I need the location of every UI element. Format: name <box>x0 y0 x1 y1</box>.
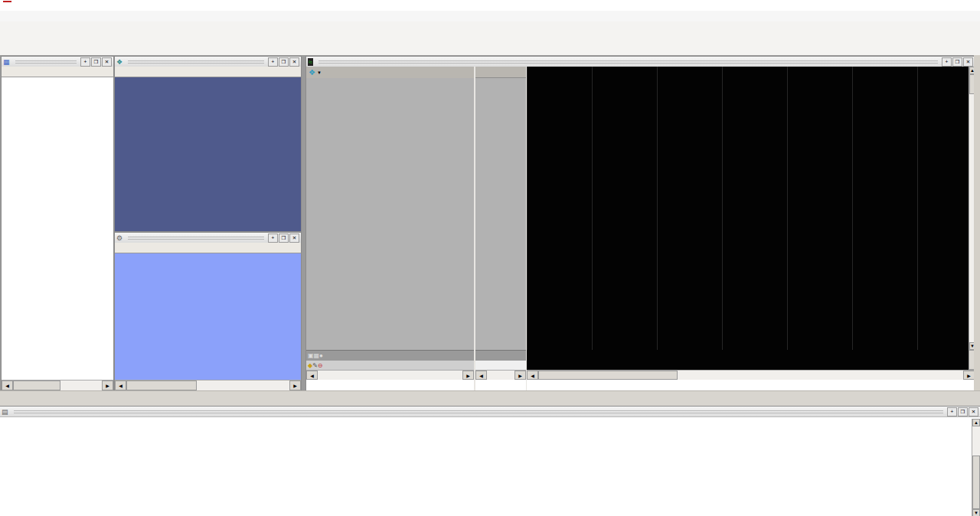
wave-panel: ≈ + ❐ ✕ ❖ ▼ <box>305 56 975 391</box>
main-toolbar <box>0 21 980 40</box>
transcript-vscrollbar[interactable]: ▲ ▼ <box>972 419 980 516</box>
close-panel-icon[interactable]: ✕ <box>963 57 973 67</box>
sim-panel-icon: ▦ <box>3 58 10 66</box>
dock-icon[interactable]: + <box>268 57 278 67</box>
wave-signal-values <box>475 78 526 350</box>
wave-panel-body: ❖ ▼ ▲ ▼ ▣▦● <box>306 67 975 390</box>
scroll-right-icon[interactable]: ▶ <box>102 380 113 390</box>
sim-hscrollbar[interactable]: ◀ ▶ <box>2 380 113 390</box>
dock-icon[interactable]: + <box>268 234 278 243</box>
panel-drag-handle[interactable] <box>128 236 264 240</box>
sim-instance-tree <box>2 77 113 380</box>
objects-panel-icon: ❖ <box>116 58 122 66</box>
scroll-left-icon[interactable]: ◀ <box>306 371 318 380</box>
sim-panel-header[interactable]: ▦ + ❐ ✕ <box>2 57 113 67</box>
processes-panel-icon: ⚙ <box>116 234 122 242</box>
scroll-left-icon[interactable]: ◀ <box>2 380 13 390</box>
wave-panel-header[interactable]: ≈ + ❐ ✕ <box>306 57 975 67</box>
title-bar <box>0 0 980 11</box>
scroll-left-icon[interactable]: ◀ <box>115 380 126 390</box>
panel-drag-handle[interactable] <box>14 410 943 413</box>
processes-panel-header[interactable]: ⚙ + ❐ ✕ <box>115 233 301 243</box>
dock-icon[interactable]: + <box>80 57 90 67</box>
scroll-thumb[interactable] <box>126 380 197 390</box>
scroll-down-icon[interactable]: ▼ <box>972 509 980 516</box>
close-panel-icon[interactable]: ✕ <box>289 234 299 243</box>
undock-icon[interactable]: ❐ <box>91 57 101 67</box>
sim-panel: ▦ + ❐ ✕ ◀ ▶ <box>1 56 114 391</box>
close-panel-icon[interactable]: ✕ <box>102 57 112 67</box>
wave-msgs-header <box>475 67 526 78</box>
objects-list <box>115 77 301 231</box>
scroll-right-icon[interactable]: ▶ <box>289 380 301 390</box>
cursor-lock-icon[interactable]: ◆✎⊖ <box>308 362 323 369</box>
now-value <box>475 350 526 360</box>
transcript-header[interactable]: ▤ + ❐ ✕ <box>0 407 980 417</box>
scroll-up-icon[interactable]: ▲ <box>972 419 980 426</box>
scroll-thumb[interactable] <box>13 380 60 390</box>
transcript-panel: ▤ + ❐ ✕ ▲ ▼ <box>0 406 980 516</box>
signal-group-icon[interactable]: ❖ <box>309 68 315 77</box>
wave-toolbar <box>0 39 980 56</box>
modelsim-logo-icon <box>3 1 11 10</box>
undock-icon[interactable]: ❐ <box>952 57 962 67</box>
now-row: ▣▦● <box>306 350 474 360</box>
scroll-right-icon[interactable]: ▶ <box>514 371 526 380</box>
processes-hscrollbar[interactable]: ◀ ▶ <box>115 380 301 390</box>
panel-drag-handle[interactable] <box>15 60 77 64</box>
wave-name-header: ❖ ▼ <box>306 67 474 79</box>
wave-hscrollbar[interactable]: ◀ ▶ <box>527 370 975 380</box>
undock-icon[interactable]: ❐ <box>958 407 968 416</box>
processes-list <box>115 253 301 380</box>
values-hscrollbar[interactable]: ◀ ▶ <box>475 370 526 380</box>
waveform-canvas[interactable] <box>527 67 969 350</box>
objects-column-headers <box>115 67 301 77</box>
bottom-tab-bar <box>0 390 980 407</box>
main-area: ▦ + ❐ ✕ ◀ ▶ ❖ + ❐ <box>0 55 980 390</box>
undock-icon[interactable]: ❐ <box>279 57 289 67</box>
objects-panel: ❖ + ❐ ✕ <box>114 56 302 232</box>
scroll-thumb[interactable] <box>972 456 980 509</box>
timeline[interactable] <box>527 350 969 370</box>
objects-panel-header[interactable]: ❖ + ❐ ✕ <box>115 57 301 67</box>
scroll-thumb[interactable] <box>538 371 678 380</box>
processes-panel: ⚙ + ❐ ✕ ◀ ▶ <box>114 232 302 391</box>
menu-bar <box>0 11 980 22</box>
timeline-tools-icon[interactable]: ▣▦● <box>308 352 323 359</box>
cursor-row: ◆✎⊖ <box>306 360 474 370</box>
dock-icon[interactable]: + <box>942 57 952 67</box>
sim-column-headers <box>2 67 113 77</box>
chevron-down-icon[interactable]: ▼ <box>317 70 322 75</box>
wave-signal-names <box>306 78 474 350</box>
cursor-value <box>475 360 526 370</box>
scroll-right-icon[interactable]: ▶ <box>963 371 975 380</box>
scroll-left-icon[interactable]: ◀ <box>527 371 538 380</box>
modelsim-window: ▦ + ❐ ✕ ◀ ▶ ❖ + ❐ <box>0 0 980 516</box>
undock-icon[interactable]: ❐ <box>279 234 289 243</box>
scroll-right-icon[interactable]: ▶ <box>462 371 474 380</box>
processes-column-headers <box>115 243 301 253</box>
close-panel-icon[interactable]: ✕ <box>969 407 978 416</box>
mdi-right-edge <box>974 55 980 390</box>
transcript-icon: ▤ <box>2 408 8 416</box>
close-panel-icon[interactable]: ✕ <box>289 57 299 67</box>
scroll-left-icon[interactable]: ◀ <box>475 371 487 380</box>
wave-panel-icon: ≈ <box>308 58 313 66</box>
panel-drag-handle[interactable] <box>128 60 264 64</box>
panel-drag-handle[interactable] <box>318 60 938 64</box>
names-hscrollbar[interactable]: ◀ ▶ <box>306 370 474 380</box>
dock-icon[interactable]: + <box>947 407 957 416</box>
